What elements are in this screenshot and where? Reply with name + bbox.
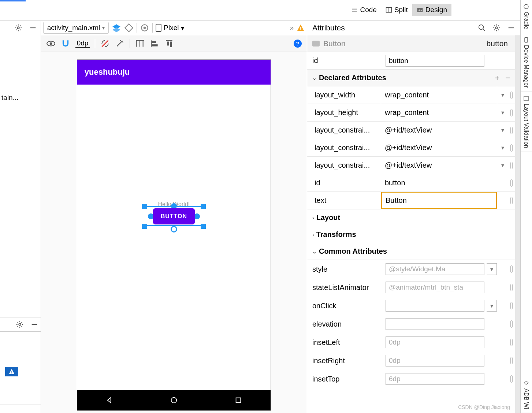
- constraint-handle-open[interactable]: [171, 226, 177, 232]
- attr-flag[interactable]: [508, 109, 515, 116]
- constraint-handle[interactable]: [194, 213, 200, 219]
- common-attr-input[interactable]: [386, 355, 484, 367]
- remove-attribute-icon[interactable]: −: [505, 73, 510, 83]
- common-attr-row: elevation: [307, 315, 515, 333]
- attributes-title: Attributes: [312, 23, 345, 32]
- attr-flag[interactable]: [508, 357, 515, 364]
- distribute-icon[interactable]: [164, 39, 174, 48]
- dropdown-icon[interactable]: ▾: [487, 263, 497, 275]
- attr-flag[interactable]: [508, 320, 515, 328]
- attr-value-input[interactable]: [385, 108, 493, 117]
- warning-badge[interactable]: !: [5, 367, 18, 376]
- transforms-section-header[interactable]: › Transforms: [307, 226, 515, 243]
- svg-rect-33: [152, 41, 156, 43]
- default-margin-button[interactable]: 0dp: [75, 39, 90, 48]
- common-attr-input[interactable]: [386, 263, 484, 275]
- design-canvas[interactable]: yueshubuju Hello World!: [41, 52, 307, 413]
- svg-rect-2: [417, 8, 423, 12]
- attr-value-input[interactable]: [385, 179, 493, 187]
- file-tab-label: activity_main.xml: [47, 24, 100, 32]
- wand-icon[interactable]: [115, 39, 124, 48]
- common-attr-input[interactable]: [386, 300, 484, 312]
- dropdown-icon[interactable]: ▾: [497, 157, 508, 174]
- guideline-icon[interactable]: [135, 39, 145, 48]
- selected-widget[interactable]: Hello World!: [153, 201, 195, 224]
- attr-value-input[interactable]: [385, 126, 493, 134]
- help-icon[interactable]: ?: [294, 40, 302, 48]
- rail-layout-validation[interactable]: Layout Validation: [521, 92, 532, 152]
- common-attributes-header[interactable]: ⌄ Common Attributes: [307, 243, 515, 260]
- attr-value-input[interactable]: [385, 91, 493, 99]
- attr-flag[interactable]: [508, 284, 515, 291]
- layers-icon[interactable]: [112, 23, 121, 33]
- phone-body[interactable]: Hello World!: [77, 85, 271, 390]
- file-tab[interactable]: activity_main.xml ▾: [43, 22, 109, 34]
- resize-handle[interactable]: [142, 204, 147, 209]
- minimize-icon[interactable]: [29, 24, 37, 32]
- add-attribute-icon[interactable]: +: [495, 73, 499, 83]
- attr-value-cell: [381, 104, 497, 121]
- attr-flag[interactable]: [508, 375, 515, 383]
- gear-icon[interactable]: [16, 320, 24, 328]
- magnet-icon[interactable]: [61, 39, 70, 48]
- attr-flag[interactable]: [508, 197, 515, 204]
- warning-icon[interactable]: !: [297, 24, 305, 32]
- attr-flag[interactable]: [508, 127, 515, 134]
- nav-home-icon[interactable]: [170, 396, 178, 404]
- align-icon[interactable]: [150, 39, 159, 48]
- common-attr-input[interactable]: [386, 282, 484, 293]
- nav-back-icon[interactable]: [105, 396, 114, 404]
- circle-dot-icon[interactable]: [140, 23, 149, 33]
- common-attr-input[interactable]: [386, 318, 484, 330]
- attr-flag[interactable]: [508, 302, 515, 309]
- dropdown-icon[interactable]: ▾: [497, 122, 508, 139]
- attr-flag[interactable]: [508, 92, 515, 99]
- eye-icon[interactable]: [46, 39, 56, 48]
- attr-flag[interactable]: [508, 162, 515, 169]
- common-attr-input[interactable]: [386, 336, 484, 348]
- rail-device-manager[interactable]: Device Manager: [521, 33, 532, 92]
- view-mode-code[interactable]: Code: [347, 4, 381, 16]
- dropdown-icon[interactable]: ▾: [497, 139, 508, 156]
- id-input[interactable]: [386, 55, 484, 67]
- app-title: yueshubuju: [85, 67, 130, 77]
- search-icon[interactable]: [478, 24, 486, 32]
- minimize-icon[interactable]: [30, 320, 38, 328]
- attr-flag[interactable]: [508, 144, 515, 152]
- attributes-header: Attributes: [307, 21, 520, 35]
- dropdown-icon[interactable]: ▾: [497, 86, 508, 104]
- attr-value-input[interactable]: [385, 144, 493, 152]
- resize-handle[interactable]: [201, 224, 206, 229]
- svg-point-7: [17, 27, 19, 29]
- layout-section-header[interactable]: › Layout: [307, 209, 515, 226]
- minimize-icon[interactable]: [507, 24, 515, 32]
- declared-attributes-header[interactable]: ⌄ Declared Attributes + −: [307, 70, 515, 86]
- resize-handle[interactable]: [201, 204, 206, 209]
- nav-recent-icon[interactable]: [234, 396, 242, 404]
- phone-preview: yueshubuju Hello World!: [77, 59, 271, 411]
- dropdown-icon[interactable]: ▾: [497, 104, 508, 121]
- attr-flag[interactable]: [508, 265, 515, 273]
- attr-flag[interactable]: [508, 179, 515, 187]
- view-mode-split[interactable]: Split: [381, 4, 412, 16]
- rail-adb[interactable]: ADB Wi: [521, 377, 532, 413]
- rotate-icon[interactable]: [124, 23, 134, 33]
- left-truncated-item[interactable]: tain...: [1, 94, 18, 101]
- dropdown-icon[interactable]: ▾: [487, 300, 497, 312]
- button-widget[interactable]: BUTTON: [153, 208, 195, 224]
- common-attr-input[interactable]: [386, 373, 484, 385]
- rail-gradle[interactable]: Gradle: [521, 0, 532, 33]
- clear-constraints-icon[interactable]: [100, 39, 110, 48]
- device-selector[interactable]: Pixel ▾: [156, 24, 185, 32]
- scrollbar[interactable]: [515, 35, 520, 413]
- declared-attr-row: layout_constrai...▾: [307, 139, 515, 157]
- gear-icon[interactable]: [492, 24, 501, 32]
- component-hint: button: [487, 39, 510, 48]
- resize-handle[interactable]: [142, 224, 147, 229]
- gear-icon[interactable]: [14, 24, 22, 32]
- attr-value-input[interactable]: [386, 196, 492, 205]
- view-mode-design[interactable]: Design: [412, 4, 451, 16]
- attr-value-input[interactable]: [385, 161, 493, 170]
- attr-flag[interactable]: [508, 339, 515, 346]
- overflow-chevrons[interactable]: »: [290, 24, 294, 32]
